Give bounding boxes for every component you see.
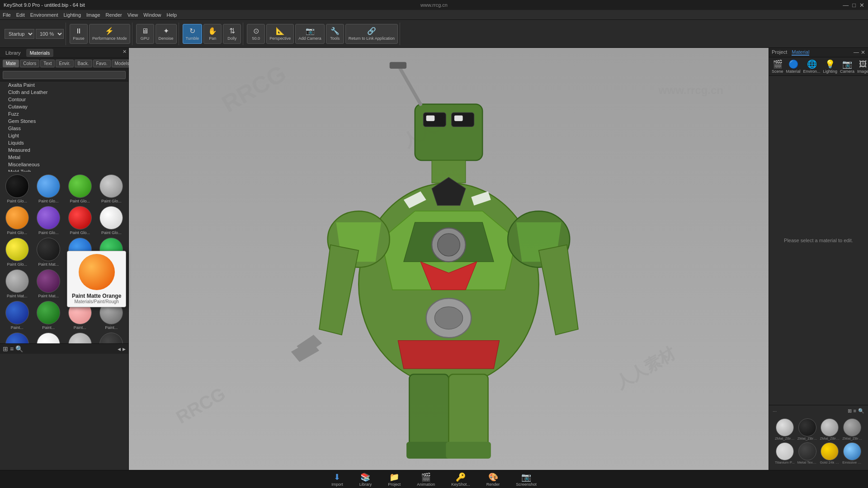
right-material-item[interactable]: Gold 24k P... (820, 442, 840, 465)
right-material-item[interactable]: ZMat_ZBrus... (820, 418, 840, 441)
material-sphere (99, 174, 123, 198)
menu-item-render[interactable]: Render (106, 12, 122, 18)
animation-button[interactable]: 🎬 Animation (413, 471, 439, 488)
denoise-button[interactable]: ✦ Denoise (156, 24, 177, 44)
menu-item-lighting[interactable]: Lighting (63, 12, 81, 18)
menu-item-file[interactable]: File (3, 12, 11, 18)
category-misc[interactable]: Miscellaneous (0, 161, 128, 168)
category-metal[interactable]: Metal (0, 154, 128, 161)
category-light[interactable]: Light (0, 132, 128, 139)
maximize-button[interactable]: □ (852, 2, 856, 9)
material-item[interactable]: Paint Glo... (65, 205, 95, 236)
menu-item-help[interactable]: Help (166, 12, 177, 18)
material-item[interactable]: Paint Glo... (2, 205, 33, 236)
category-glass[interactable]: Glass (0, 125, 128, 132)
panel-close-icon[interactable]: ✕ (123, 49, 127, 57)
perspective-button[interactable]: 📐 Perspective (266, 24, 294, 44)
tools-button[interactable]: 🔧 Tools (326, 24, 344, 44)
header-tab-text[interactable]: Text (40, 60, 55, 67)
right-material-item[interactable]: Titanium P... (774, 442, 795, 465)
fov-button[interactable]: ⊙ 50.0 (247, 24, 265, 44)
search-panel-button[interactable]: 🔍 (15, 345, 23, 352)
menu-item-edit[interactable]: Edit (16, 12, 25, 18)
category-moldtech[interactable]: Mold-Tech (0, 168, 128, 172)
material-item[interactable]: Paint Glo... (33, 205, 64, 236)
scroll-left-button[interactable]: ◂ (118, 345, 121, 352)
material-item[interactable]: Paint... (33, 300, 64, 331)
material-item[interactable]: Paint Glo... (65, 174, 95, 204)
tumble-button[interactable]: ↻ Tumble (183, 24, 203, 44)
right-bottom-list-icon[interactable]: ≡ (854, 408, 856, 414)
header-tab-back[interactable]: Back. (75, 60, 92, 67)
category-gem[interactable]: Gem Stones (0, 117, 128, 125)
screenshot-button[interactable]: 📷 Screenshot (512, 471, 540, 488)
material-item[interactable]: Paint... (65, 332, 95, 343)
category-contour[interactable]: Contour (0, 96, 128, 103)
material-item[interactable]: Paint Glo... (96, 205, 127, 236)
menu-item-image[interactable]: Image (86, 12, 100, 18)
viewport[interactable]: RRCG 人人素材 www.rrcg.cn RRCG 人人素材 (129, 48, 769, 470)
materials-tab[interactable]: Materials (26, 49, 54, 57)
lighting-icon-btn[interactable]: 💡 Lighting (823, 59, 838, 74)
right-material-item[interactable]: ZMat_ZBrus... (842, 418, 863, 441)
image-icon-btn[interactable]: 🖼 Image (857, 60, 868, 74)
material-icon-btn[interactable]: 🔵 Material (786, 59, 801, 74)
import-button[interactable]: ⬇ Import (328, 471, 347, 488)
search-input[interactable] (3, 71, 126, 79)
right-bottom-grid-icon[interactable]: ⊞ (848, 408, 852, 414)
material-item[interactable]: Paint Glo... (2, 174, 33, 204)
scene-icon-btn[interactable]: 🎬 Scene (772, 59, 783, 74)
render-button[interactable]: 🎨 Render (483, 471, 504, 488)
return-link-button[interactable]: 🔗 Return to Link Application (345, 24, 398, 44)
zoom-select[interactable]: 100 % (36, 29, 64, 39)
material-item[interactable]: Paint Glo... (96, 174, 127, 204)
menu-item-window[interactable]: Window (143, 12, 161, 18)
performance-button[interactable]: ⚡ Performance Mode (89, 24, 130, 44)
grid-view-button[interactable]: ⊞ (3, 345, 8, 352)
scroll-right-button[interactable]: ▸ (123, 345, 126, 352)
header-tab-favo[interactable]: Favo. (93, 60, 111, 67)
pause-button[interactable]: ⏸ Pause (70, 24, 88, 44)
material-item[interactable]: Paint... (2, 300, 33, 331)
material-item[interactable]: Paint... (2, 332, 33, 343)
camera-icon-btn[interactable]: 📷 Camera (840, 59, 854, 74)
pan-button[interactable]: ✋ Pan (203, 24, 222, 44)
material-item[interactable]: Paint Mat... (33, 237, 64, 267)
right-panel-close[interactable]: ✕ (861, 49, 865, 56)
category-cutaway[interactable]: Cutaway (0, 103, 128, 110)
menu-item-view[interactable]: View (127, 12, 138, 18)
header-tab-colors[interactable]: Colors (20, 60, 39, 67)
category-liquids[interactable]: Liquids (0, 139, 128, 146)
material-item[interactable]: Paint... (96, 332, 127, 343)
material-item[interactable]: Paint... (33, 332, 64, 343)
material-item[interactable]: Paint Mat... (33, 268, 64, 299)
right-material-item[interactable]: ZMat_ZBrus... (774, 418, 795, 441)
right-material-item[interactable]: Emissive Cool (842, 442, 863, 465)
dolly-button[interactable]: ⇅ Dolly (223, 24, 241, 44)
add-camera-button[interactable]: 📷 Add Camera (295, 24, 325, 44)
keyshot-button[interactable]: 🔑 KeyShot... (448, 471, 474, 488)
list-view-button[interactable]: ≡ (10, 345, 14, 352)
category-axalta[interactable]: Axalta Paint (0, 81, 128, 89)
right-material-item[interactable]: ZMat_ZBrus... (797, 418, 818, 441)
right-material-item[interactable]: Metal Textu... (797, 442, 818, 465)
gpu-button[interactable]: 🖥 GPU (136, 24, 154, 44)
minimize-button[interactable]: — (843, 2, 849, 9)
material-item[interactable]: Paint Glo... (2, 237, 33, 267)
project-button[interactable]: 📁 Project (384, 471, 404, 488)
startup-select[interactable]: Startup (5, 29, 34, 39)
menu-item-environment[interactable]: Environment (30, 12, 58, 18)
right-bottom-search-icon[interactable]: 🔍 (858, 408, 864, 414)
category-fuzz[interactable]: Fuzz (0, 110, 128, 117)
category-cloth[interactable]: Cloth and Leather (0, 89, 128, 96)
environ-icon-btn[interactable]: 🌐 Environ... (803, 59, 821, 74)
header-tab-mate[interactable]: Mate (3, 60, 19, 67)
library-tab[interactable]: Library (2, 49, 24, 57)
header-tab-envir[interactable]: Envir. (56, 60, 73, 67)
material-item[interactable]: Paint Mat... (2, 268, 33, 299)
right-panel-minimize[interactable]: — (854, 49, 859, 56)
material-item[interactable]: Paint Glo... (33, 174, 64, 204)
library-button[interactable]: 📚 Library (356, 471, 376, 488)
close-button[interactable]: ✕ (859, 2, 864, 9)
category-measured[interactable]: Measured (0, 146, 128, 154)
